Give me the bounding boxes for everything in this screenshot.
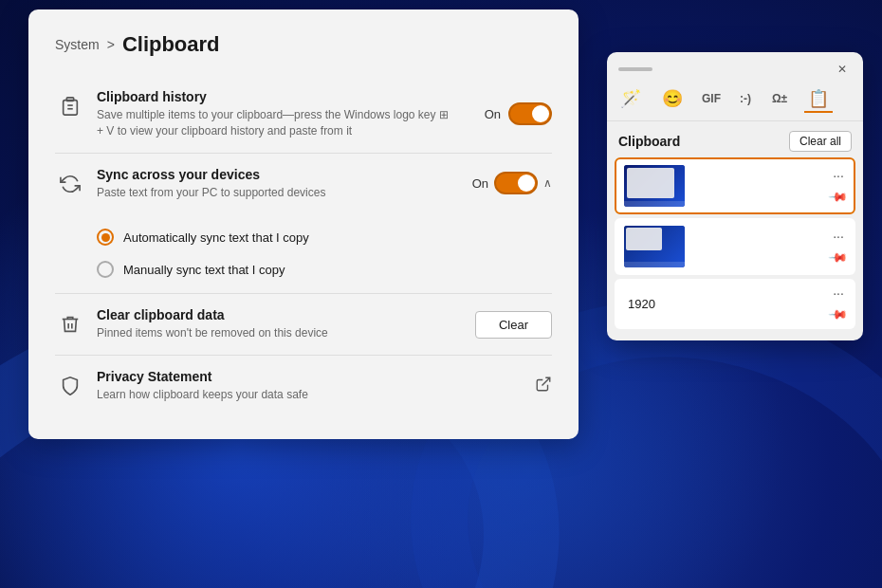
popup-tabs: 🪄 😊 GIF :-) Ω± 📋 [607,83,863,121]
tab-kaomoji[interactable]: :-) [736,90,755,109]
external-link-icon[interactable] [535,376,552,396]
clipboard-icon [55,91,85,121]
clear-data-title: Clear clipboard data [97,307,328,322]
clipboard-history-text: Clipboard history Save multiple items to… [97,89,457,139]
tab-emoticon[interactable]: 😊 [658,86,687,113]
popup-header: ✕ [607,52,863,83]
sync-left: Sync across your devices Paste text from… [55,167,472,201]
item-2-menu-icon[interactable]: ··· [833,230,844,243]
popup-section-header: Clipboard Clear all [607,121,863,157]
privacy-row: Privacy Statement Learn how clipboard ke… [55,356,552,416]
auto-sync-option[interactable]: Automatically sync text that I copy [97,221,552,253]
svg-line-4 [542,377,550,385]
privacy-title: Privacy Statement [97,369,308,384]
close-button[interactable]: ✕ [833,60,852,79]
clear-data-desc: Pinned items won't be removed on this de… [97,325,328,341]
clipboard-item-1[interactable]: ··· 📌 [615,157,855,214]
clipboard-items-list: ··· 📌 ··· 📌 1920 ··· 📌 [607,157,863,329]
clipboard-item-3-actions: ··· 📌 [831,286,846,322]
tab-clipboard[interactable]: 📋 [804,86,833,113]
sync-toggle-knob [518,175,535,192]
clear-all-button[interactable]: Clear all [789,131,852,152]
clipboard-thumb-1 [624,165,685,207]
sync-row: Sync across your devices Paste text from… [55,154,552,214]
sync-toggle-expand[interactable]: On ∧ [472,172,552,194]
clear-button[interactable]: Clear [475,311,552,339]
clipboard-history-left: Clipboard history Save multiple items to… [55,89,485,139]
thumb-screenshot-1 [624,165,685,207]
privacy-text: Privacy Statement Learn how clipboard ke… [97,369,308,403]
clipboard-item-2[interactable]: ··· 📌 [615,218,855,275]
clipboard-history-title: Clipboard history [97,89,457,104]
clear-icon [55,309,85,340]
popup-section-title: Clipboard [618,134,680,149]
thumb-inner-2 [626,228,662,250]
manual-sync-radio[interactable] [97,261,114,278]
item-1-pin-icon[interactable]: 📌 [828,186,849,207]
item-1-menu-icon[interactable]: ··· [833,169,844,182]
clipboard-history-row: Clipboard history Save multiple items to… [55,76,552,154]
clipboard-item-2-actions: ··· 📌 [831,230,846,265]
item-3-pin-icon[interactable]: 📌 [828,304,849,325]
chevron-up-icon: ∧ [543,176,552,190]
item-3-menu-icon[interactable]: ··· [833,286,844,300]
privacy-left: Privacy Statement Learn how clipboard ke… [55,369,535,403]
sync-title: Sync across your devices [97,167,325,182]
clear-data-left: Clear clipboard data Pinned items won't … [55,307,475,341]
clipboard-thumb-2 [624,226,685,267]
drag-handle [618,67,652,71]
clear-data-text: Clear clipboard data Pinned items won't … [97,307,328,341]
toggle-knob [532,105,549,122]
clear-data-row: Clear clipboard data Pinned items won't … [55,294,552,356]
clipboard-history-desc: Save multiple items to your clipboard—pr… [97,107,457,139]
auto-sync-label: Automatically sync text that I copy [123,230,309,245]
privacy-icon [55,371,85,401]
sync-toggle[interactable] [494,172,538,194]
svg-rect-1 [64,101,78,116]
sync-sub-options: Automatically sync text that I copy Manu… [55,213,552,294]
toggle-on-label: On [485,107,501,121]
clipboard-item-3[interactable]: 1920 ··· 📌 [615,279,855,329]
sync-icon [55,169,85,199]
tab-gif[interactable]: GIF [700,90,723,109]
tab-symbols[interactable]: Ω± [768,90,791,109]
manual-sync-label: Manually sync text that I copy [123,263,285,277]
auto-sync-radio[interactable] [97,229,114,246]
clipboard-history-toggle-container[interactable]: On [485,102,552,125]
clipboard-item-1-actions: ··· 📌 [831,169,846,204]
clipboard-item-3-text: 1920 [624,291,825,317]
thumb-inner-1 [627,168,674,198]
page-title: Clipboard [122,32,220,57]
thumb-screenshot-2 [624,226,685,267]
breadcrumb-separator: > [107,37,115,52]
clipboard-popup: ✕ 🪄 😊 GIF :-) Ω± 📋 Clipboard Clear all ·… [607,52,863,340]
clipboard-history-toggle[interactable] [508,102,552,125]
sync-text: Sync across your devices Paste text from… [97,167,325,201]
sync-desc: Paste text from your PC to supported dev… [97,185,325,201]
privacy-desc: Learn how clipboard keeps your data safe [97,387,308,403]
manual-sync-option[interactable]: Manually sync text that I copy [97,253,552,285]
sync-toggle-label: On [472,176,488,191]
settings-panel: System > Clipboard Clipboard history Sav… [28,9,579,439]
breadcrumb-system: System [55,37,100,52]
breadcrumb: System > Clipboard [55,32,552,57]
item-2-pin-icon[interactable]: 📌 [828,247,849,267]
tab-emoji[interactable]: 🪄 [616,86,645,113]
